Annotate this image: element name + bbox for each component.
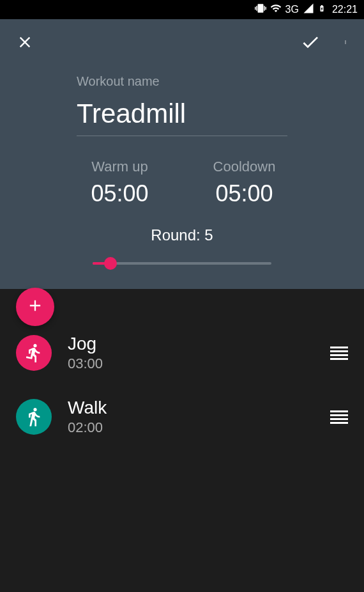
cooldown-value: 05:00	[201, 180, 287, 207]
list-item[interactable]: Walk 02:00	[16, 385, 348, 449]
workout-form: Workout name Warm up 05:00 Cooldown 05:0…	[16, 74, 348, 270]
workout-name-label: Workout name	[77, 74, 287, 89]
status-icons: 3G 22:21	[255, 3, 358, 17]
cooldown-label: Cooldown	[201, 159, 287, 175]
status-bar: 3G 22:21	[0, 0, 364, 19]
plus-icon	[26, 297, 44, 317]
add-exercise-button[interactable]	[16, 288, 54, 326]
vibrate-icon	[255, 3, 266, 17]
round-label: Round: 5	[77, 226, 287, 244]
list-item[interactable]: Jog 03:00	[16, 321, 348, 385]
round-section: Round: 5	[77, 226, 287, 270]
cooldown-field[interactable]: Cooldown 05:00	[201, 159, 287, 207]
warmup-value: 05:00	[77, 180, 163, 207]
drag-handle[interactable]	[330, 347, 348, 360]
battery-icon	[318, 3, 326, 17]
more-options-button[interactable]	[343, 33, 348, 54]
workout-editor-header: Workout name Warm up 05:00 Cooldown 05:0…	[0, 19, 364, 289]
run-icon	[16, 335, 52, 371]
exercise-list: Jog 03:00 Walk 02:00	[0, 289, 364, 462]
close-button[interactable]	[16, 33, 34, 54]
exercise-info: Walk 02:00	[68, 398, 314, 436]
exercise-duration: 03:00	[68, 355, 314, 372]
slider-thumb[interactable]	[104, 257, 117, 270]
toolbar	[16, 32, 348, 55]
exercise-info: Jog 03:00	[68, 334, 314, 372]
drag-handle[interactable]	[330, 410, 348, 424]
confirm-button[interactable]	[300, 32, 321, 55]
exercise-name: Jog	[68, 334, 314, 354]
walk-icon	[16, 399, 52, 435]
workout-name-input[interactable]	[77, 95, 287, 136]
network-label: 3G	[285, 4, 299, 15]
signal-icon	[303, 3, 314, 17]
clock-time: 22:21	[332, 4, 358, 15]
exercise-duration: 02:00	[68, 419, 314, 436]
wifi-icon	[270, 3, 282, 17]
reorder-icon	[330, 410, 348, 424]
warmup-label: Warm up	[77, 159, 163, 175]
reorder-icon	[330, 347, 348, 360]
exercise-name: Walk	[68, 398, 314, 418]
warmup-field[interactable]: Warm up 05:00	[77, 159, 163, 207]
time-settings-row: Warm up 05:00 Cooldown 05:00	[77, 159, 287, 207]
slider-track	[93, 262, 271, 265]
round-slider[interactable]	[93, 257, 271, 270]
